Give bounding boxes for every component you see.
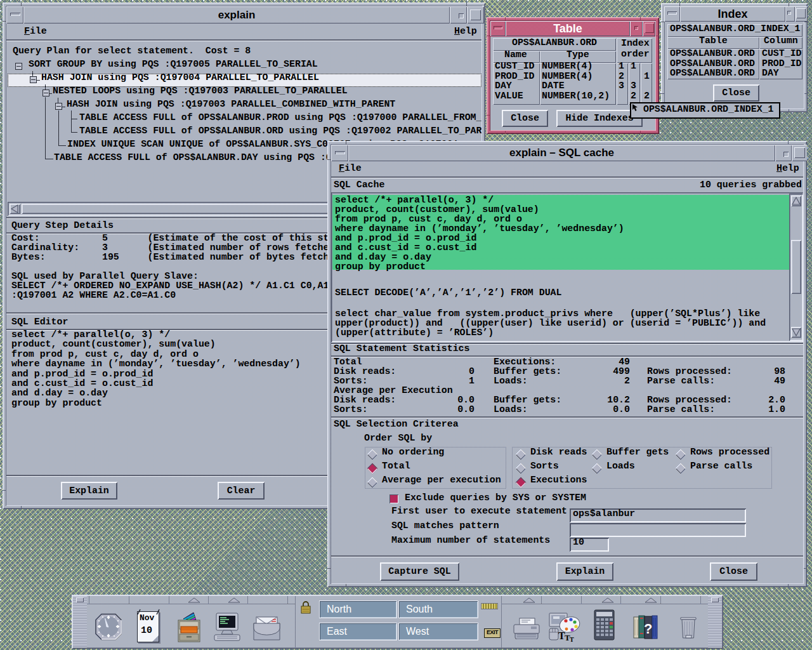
svg-text:?: ? — [644, 621, 652, 637]
svg-text:T: T — [570, 636, 574, 642]
